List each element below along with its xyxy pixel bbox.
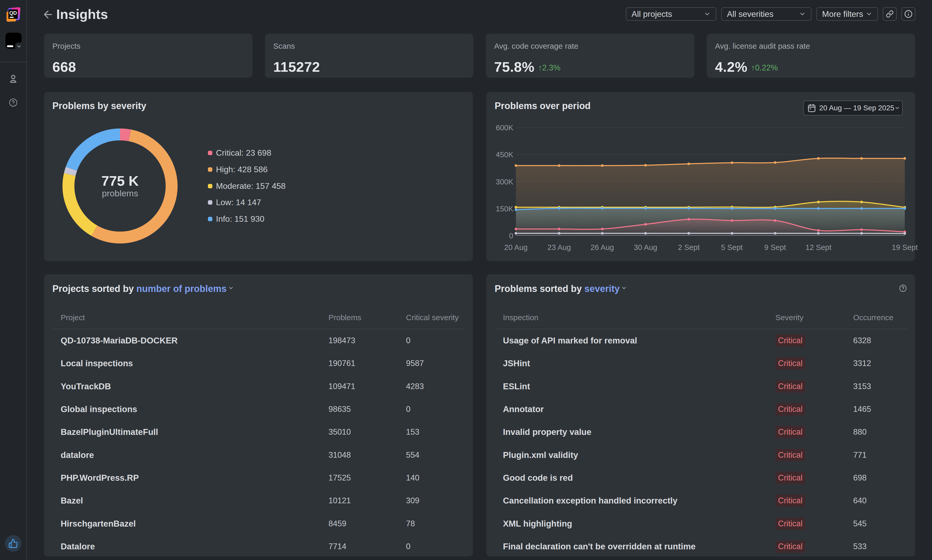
- svg-text:30 Aug: 30 Aug: [634, 243, 657, 251]
- svg-text:2 Sept: 2 Sept: [678, 243, 700, 251]
- svg-text:600K: 600K: [496, 123, 513, 132]
- svg-text:300K: 300K: [496, 178, 513, 186]
- svg-text:12 Sept: 12 Sept: [805, 243, 832, 251]
- svg-text:20 Aug: 20 Aug: [504, 243, 528, 251]
- svg-text:QD: QD: [9, 10, 17, 16]
- svg-text:26 Aug: 26 Aug: [591, 243, 614, 251]
- svg-text:19 Sept: 19 Sept: [892, 243, 918, 251]
- svg-text:9 Sept: 9 Sept: [764, 243, 786, 251]
- svg-text:5 Sept: 5 Sept: [721, 243, 743, 251]
- svg-text:450K: 450K: [496, 151, 513, 159]
- svg-text:0: 0: [509, 232, 513, 240]
- svg-text:150K: 150K: [496, 205, 513, 213]
- svg-text:23 Aug: 23 Aug: [548, 243, 571, 251]
